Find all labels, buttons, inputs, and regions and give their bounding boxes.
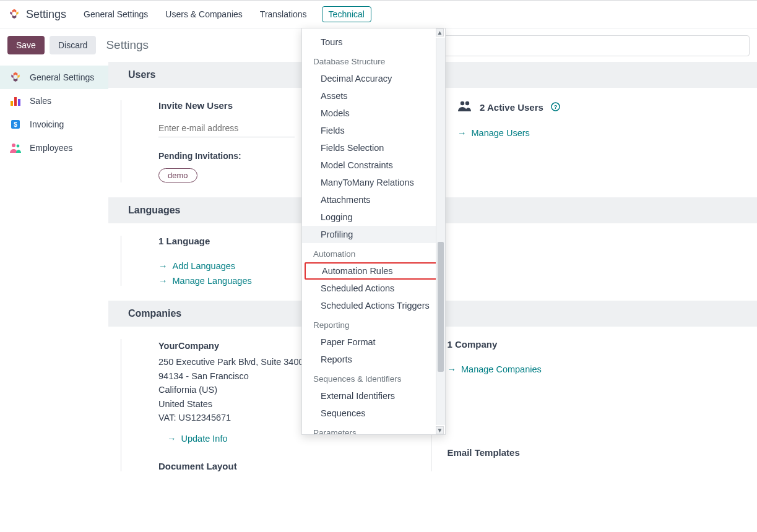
dropdown-group-heading: Automation xyxy=(302,243,445,262)
invoice-icon: $ xyxy=(9,118,22,131)
sidebar-item-label: Sales xyxy=(30,96,51,106)
svg-rect-1 xyxy=(14,97,17,106)
sidebar-item-label: Employees xyxy=(30,143,72,153)
manage-users-link[interactable]: → Manage Users xyxy=(457,128,530,138)
svg-point-8 xyxy=(465,101,469,105)
top-nav: General Settings Users & Companies Trans… xyxy=(81,6,371,23)
help-icon[interactable]: ? xyxy=(551,102,560,113)
dropdown-group-heading: Reporting xyxy=(302,314,445,333)
manage-languages-label: Manage Languages xyxy=(173,276,252,286)
update-info-label: Update Info xyxy=(181,434,228,444)
dropdown-item-decimal-accuracy[interactable]: Decimal Accuracy xyxy=(302,70,445,87)
manage-companies-link[interactable]: → Manage Companies xyxy=(448,364,542,374)
svg-rect-2 xyxy=(18,99,20,106)
scrollbar-track[interactable] xyxy=(436,38,445,425)
discard-button[interactable]: Discard xyxy=(50,36,96,54)
dropdown-item-scheduled-actions-triggers[interactable]: Scheduled Actions Triggers xyxy=(302,297,445,314)
manage-companies-label: Manage Companies xyxy=(461,364,542,374)
dropdown-item-scheduled-actions[interactable]: Scheduled Actions xyxy=(302,280,445,297)
svg-point-5 xyxy=(12,144,15,147)
people-icon xyxy=(9,141,22,155)
dropdown-item-manytomany-relations[interactable]: ManyToMany Relations xyxy=(302,174,445,191)
manage-users-label: Manage Users xyxy=(472,128,530,138)
scrollbar-thumb[interactable] xyxy=(438,242,444,372)
dropdown-scroll-viewport[interactable]: ToursDatabase StructureDecimal AccuracyA… xyxy=(302,28,445,434)
update-info-link[interactable]: → Update Info xyxy=(167,434,227,444)
dropdown-item-tours[interactable]: Tours xyxy=(302,33,445,51)
gear-icon xyxy=(9,71,22,84)
settings-sidebar: General Settings Sales $ Invoicing Emplo… xyxy=(0,62,108,532)
nav-users-companies[interactable]: Users & Companies xyxy=(163,6,245,23)
dropdown-item-reports[interactable]: Reports xyxy=(302,351,445,368)
nav-general-settings[interactable]: General Settings xyxy=(81,6,150,23)
dropdown-item-paper-format[interactable]: Paper Format xyxy=(302,333,445,351)
nav-translations[interactable]: Translations xyxy=(257,6,309,23)
technical-dropdown: ▲ ToursDatabase StructureDecimal Accurac… xyxy=(301,28,446,435)
svg-text:$: $ xyxy=(14,121,17,128)
arrow-right-icon: → xyxy=(448,364,457,374)
sidebar-item-general-settings[interactable]: General Settings xyxy=(0,66,108,89)
svg-text:?: ? xyxy=(553,104,557,110)
sidebar-item-label: General Settings xyxy=(30,72,94,82)
svg-point-6 xyxy=(17,145,20,148)
app-logo-icon xyxy=(7,7,21,21)
add-languages-link[interactable]: → Add Languages xyxy=(158,261,235,271)
dropdown-group-heading: Database Structure xyxy=(302,51,445,70)
app-title: Settings xyxy=(26,8,66,21)
dropdown-item-logging[interactable]: Logging xyxy=(302,208,445,226)
users-group-icon xyxy=(457,100,472,114)
dropdown-item-models[interactable]: Models xyxy=(302,105,445,122)
document-layout-title: Document Layout xyxy=(158,461,418,471)
svg-point-7 xyxy=(461,101,464,105)
scroll-down-button[interactable]: ▼ xyxy=(436,426,444,434)
active-users-count: 2 Active Users xyxy=(480,102,543,113)
dropdown-item-fields[interactable]: Fields xyxy=(302,122,445,139)
nav-technical[interactable]: Technical xyxy=(322,6,371,22)
topbar: Settings General Settings Users & Compan… xyxy=(0,0,757,28)
invite-email-input[interactable] xyxy=(158,119,295,137)
dropdown-item-sequences[interactable]: Sequences xyxy=(302,405,445,422)
manage-languages-link[interactable]: → Manage Languages xyxy=(158,276,252,286)
dropdown-item-model-constraints[interactable]: Model Constraints xyxy=(302,157,445,174)
dropdown-item-profiling[interactable]: Profiling xyxy=(302,226,445,243)
arrow-right-icon: → xyxy=(457,128,467,138)
sidebar-item-invoicing[interactable]: $ Invoicing xyxy=(0,113,108,136)
dropdown-item-fields-selection[interactable]: Fields Selection xyxy=(302,139,445,157)
dropdown-group-heading: Parameters xyxy=(302,422,445,434)
arrow-right-icon: → xyxy=(167,434,176,444)
breadcrumb: Settings xyxy=(106,38,149,52)
sidebar-item-employees[interactable]: Employees xyxy=(0,136,108,160)
dropdown-item-assets[interactable]: Assets xyxy=(302,87,445,105)
dropdown-item-external-identifiers[interactable]: External Identifiers xyxy=(302,387,445,405)
arrow-right-icon: → xyxy=(158,261,168,271)
sidebar-item-label: Invoicing xyxy=(30,119,64,129)
arrow-right-icon: → xyxy=(158,276,168,286)
add-languages-label: Add Languages xyxy=(173,261,236,271)
svg-rect-0 xyxy=(11,101,13,106)
sidebar-item-sales[interactable]: Sales xyxy=(0,89,108,113)
email-templates-title: Email Templates xyxy=(448,447,745,458)
dropdown-item-attachments[interactable]: Attachments xyxy=(302,191,445,208)
dropdown-item-automation-rules[interactable]: Automation Rules xyxy=(305,262,443,280)
save-button[interactable]: Save xyxy=(7,36,45,54)
dropdown-group-heading: Sequences & Identifiers xyxy=(302,368,445,387)
pending-invite-tag[interactable]: demo xyxy=(158,168,197,182)
bar-chart-icon xyxy=(9,94,22,108)
company-count: 1 Company xyxy=(448,339,745,350)
